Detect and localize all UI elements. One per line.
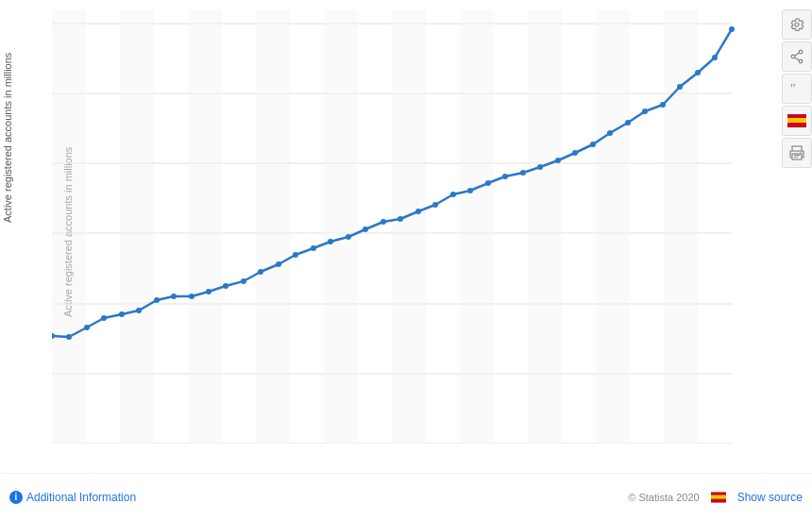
svg-point-25 [66,334,72,340]
svg-point-47 [450,192,456,197]
statista-copyright: © Statista 2020 [628,492,699,503]
svg-point-32 [189,294,195,299]
svg-point-49 [485,180,491,186]
svg-point-63 [729,26,735,32]
svg-rect-14 [52,9,86,444]
svg-point-45 [415,209,421,214]
svg-point-31 [171,294,177,299]
svg-point-48 [467,188,473,193]
svg-point-61 [695,70,701,75]
footer-right: © Statista 2020 Show source [628,491,803,504]
flag-icon [711,492,726,503]
svg-point-37 [276,261,281,267]
svg-rect-17 [256,9,290,444]
svg-point-51 [520,170,526,176]
svg-point-86 [791,55,795,59]
svg-point-40 [328,239,333,244]
svg-rect-96 [794,157,798,158]
svg-point-55 [590,142,596,147]
svg-rect-15 [120,9,154,444]
sidebar-tools: " [782,9,812,168]
svg-rect-19 [392,9,426,444]
svg-point-30 [154,297,160,303]
svg-rect-21 [528,9,562,444]
svg-point-34 [223,283,228,289]
svg-point-43 [381,219,386,225]
svg-text:": " [790,82,796,96]
additional-info-link[interactable]: i Additional Information [9,491,136,504]
svg-rect-93 [792,146,802,151]
svg-point-38 [293,252,298,258]
svg-point-85 [799,59,803,63]
svg-point-54 [572,150,578,156]
svg-point-44 [398,216,403,222]
svg-point-84 [799,50,803,54]
svg-rect-16 [188,9,222,444]
svg-point-52 [537,164,543,170]
svg-point-57 [625,120,631,126]
svg-point-27 [101,315,107,321]
svg-point-36 [258,269,263,275]
svg-point-42 [363,226,368,232]
footer: i Additional Information © Statista 2020… [0,473,812,520]
svg-rect-95 [794,155,800,156]
svg-line-88 [795,58,800,60]
svg-rect-20 [460,9,494,444]
svg-point-59 [660,102,666,108]
share-button[interactable] [782,42,812,72]
info-icon: i [9,491,23,504]
svg-point-58 [642,109,648,114]
svg-point-50 [502,174,508,179]
settings-button[interactable] [782,9,812,40]
cite-button[interactable]: " [782,74,812,104]
svg-point-60 [677,84,683,90]
print-button[interactable] [782,138,812,168]
svg-line-87 [795,53,800,56]
svg-point-39 [311,245,316,251]
show-source-link[interactable]: Show source [737,491,803,504]
svg-point-29 [136,308,142,313]
svg-point-56 [607,130,613,136]
language-flag-button[interactable] [782,106,812,136]
svg-rect-100 [711,498,726,502]
svg-point-35 [241,278,246,284]
svg-point-41 [346,234,351,240]
svg-point-33 [206,289,211,294]
svg-rect-22 [596,9,630,444]
main-chart: 50 100 150 200 250 300 350 [52,9,765,444]
additional-info-label: Additional Information [26,491,136,504]
svg-point-28 [119,311,125,317]
svg-point-53 [555,158,561,163]
chart-container: Active registered accounts in millions 5… [0,0,812,520]
svg-rect-23 [664,9,698,444]
svg-point-46 [432,202,438,208]
svg-point-97 [800,152,802,154]
svg-point-26 [84,325,90,330]
svg-rect-18 [324,9,358,444]
svg-rect-92 [787,123,806,127]
svg-point-62 [712,55,718,60]
